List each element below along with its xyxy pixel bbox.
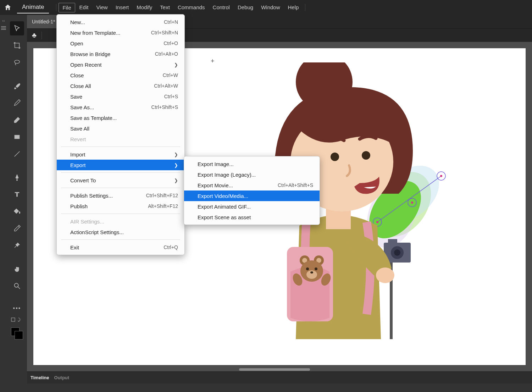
menubar: Animate File Edit View Insert Modify Tex… [0,0,532,15]
eraser-tool[interactable] [10,113,24,127]
file-menu-item-open[interactable]: OpenCtrl+O [57,38,184,49]
file-menu-item-new[interactable]: New...Ctrl+N [57,17,184,27]
selection-tool[interactable] [10,21,24,35]
tab-output[interactable]: Output [54,375,70,380]
menu-control[interactable]: Control [209,3,233,12]
menubar-items: File Edit View Insert Modify Text Comman… [59,3,302,12]
file-menu-item-publish-settings[interactable]: Publish Settings...Ctrl+Shift+F12 [57,190,184,201]
menu-debug[interactable]: Debug [234,3,257,12]
rectangle-tool[interactable] [10,130,24,144]
export-menu-item-export-animated-gif[interactable]: Export Animated GIF... [184,201,320,212]
menu-item-label: Exit [70,244,79,250]
file-menu-item-close-all[interactable]: Close AllCtrl+Alt+W [57,81,184,91]
file-menu-item-publish[interactable]: PublishAlt+Shift+F12 [57,201,184,211]
file-menu-item-new-from-template[interactable]: New from Template...Ctrl+Shift+N [57,27,184,38]
menu-item-label: Import [70,151,85,158]
swap-colors-icon[interactable] [10,316,24,323]
file-menu-item-save[interactable]: SaveCtrl+S [57,91,184,102]
menu-item-label: Convert To [70,177,96,183]
svg-point-40 [331,153,339,161]
menu-view[interactable]: View [93,3,111,12]
file-menu-item-export[interactable]: Export❯ [57,160,184,170]
file-menu-item-actionscript-settings[interactable]: ActionScript Settings... [57,227,184,237]
svg-rect-20 [388,239,397,244]
toolbox: ••• [7,15,27,392]
brush-tool[interactable] [10,79,24,93]
file-menu-item-revert: Revert [57,134,184,144]
svg-rect-2 [15,135,20,139]
svg-rect-6 [11,318,15,321]
menu-item-shortcut: Ctrl+O [164,40,178,46]
document-tab[interactable]: Untitled-1* [27,15,60,28]
line-tool[interactable] [10,147,24,161]
file-menu-item-browse-in-bridge[interactable]: Browse in BridgeCtrl+Alt+O [57,49,184,59]
menu-separator [61,214,180,214]
menu-file[interactable]: File [59,3,75,12]
menu-commands[interactable]: Commands [174,3,209,12]
menu-help[interactable]: Help [284,3,303,12]
pen-tool[interactable] [10,170,24,184]
menu-item-shortcut: Ctrl+Alt+Shift+S [278,182,313,188]
menu-item-label: Export Movie... [198,182,233,188]
menu-item-label: Publish Settings... [70,193,113,199]
export-menu-item-export-video-media[interactable]: Export Video/Media... [184,191,320,201]
file-menu-item-close[interactable]: CloseCtrl+W [57,70,184,81]
export-menu-item-export-movie[interactable]: Export Movie...Ctrl+Alt+Shift+S [184,180,320,191]
menu-item-label: Export Video/Media... [198,193,248,199]
file-menu-item-save-all[interactable]: Save All [57,123,184,134]
chevron-left-icon[interactable]: ‹‹ [2,18,5,23]
menu-window[interactable]: Window [257,3,283,12]
lasso-tool[interactable] [10,55,24,70]
file-menu-item-import[interactable]: Import❯ [57,149,184,160]
export-menu-item-export-image[interactable]: Export Image... [184,159,320,169]
menu-item-label: ActionScript Settings... [70,229,124,235]
more-tools-icon[interactable]: ••• [13,305,21,311]
menu-item-shortcut: Ctrl+Alt+W [154,83,178,89]
svg-point-30 [306,267,309,270]
registration-point-icon: + [211,57,215,65]
separator [305,4,305,11]
file-menu-item-convert-to[interactable]: Convert To❯ [57,175,184,186]
zoom-tool[interactable] [10,279,24,293]
file-menu-item-open-recent[interactable]: Open Recent❯ [57,59,184,70]
svg-point-13 [376,221,378,223]
pencil-tool[interactable] [10,96,24,110]
svg-point-15 [411,201,413,204]
hamburger-icon[interactable] [1,28,6,28]
menu-item-label: Close [70,72,84,78]
menu-modify[interactable]: Modify [133,3,156,12]
file-menu-item-save-as[interactable]: Save As...Ctrl+Shift+S [57,102,184,112]
menu-item-label: Close All [70,83,91,89]
menu-item-label: Open [70,40,83,46]
export-menu-item-export-image-legacy[interactable]: Export Image (Legacy)... [184,169,320,180]
menu-item-label: New from Template... [70,30,120,36]
paint-bucket-tool[interactable] [10,204,24,219]
menu-text[interactable]: Text [156,3,173,12]
menu-item-label: Save All [70,126,89,132]
pin-tool[interactable] [10,238,24,253]
menu-insert[interactable]: Insert [112,3,133,12]
file-menu-item-save-as-template[interactable]: Save as Template... [57,112,184,123]
file-menu-item-exit[interactable]: ExitCtrl+Q [57,242,184,253]
text-tool[interactable] [10,187,24,201]
menu-item-label: Export [70,162,85,168]
menu-item-label: Browse in Bridge [70,51,110,57]
menu-item-shortcut: Ctrl+Q [164,244,178,250]
menu-edit[interactable]: Edit [76,3,92,12]
hand-tool[interactable] [10,262,24,276]
eyedropper-tool[interactable] [10,221,24,236]
free-transform-tool[interactable] [10,38,24,53]
tab-timeline[interactable]: Timeline [31,375,49,380]
stroke-color-swatch[interactable] [15,331,23,339]
home-icon[interactable] [3,2,13,12]
export-menu-item-export-scene-as-asset[interactable]: Export Scene as asset [184,212,320,222]
svg-point-31 [315,267,317,270]
timeline-panel[interactable] [27,383,532,392]
panel-collapse-gutter[interactable]: ‹‹ [0,15,7,392]
menu-item-label: Export Image (Legacy)... [198,172,256,178]
scene-icon[interactable]: ♣ [32,31,37,39]
menu-separator [61,172,180,173]
menu-separator [61,188,180,188]
menu-item-label: New... [70,19,85,25]
horizontal-scrollbar[interactable] [239,368,310,371]
